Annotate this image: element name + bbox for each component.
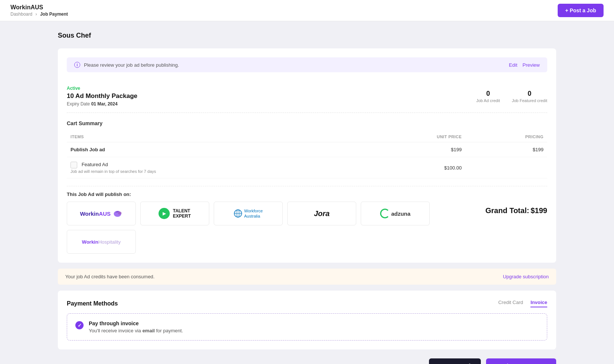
item-pricing-publish: $199 — [466, 142, 547, 157]
adzuna-circle-icon — [380, 209, 390, 218]
package-status: Active — [67, 86, 137, 91]
workinaus-logo-content: WorkinAUS — [80, 209, 122, 218]
main-card: i Please review your job ad before publi… — [58, 48, 556, 263]
warning-message: Your job Ad credits have been consumed. — [65, 274, 154, 279]
jora-text: Jora — [314, 209, 329, 218]
talent-expert-text: TALENTEXPERT — [173, 208, 191, 219]
publish-label: This Job Ad will publish on: — [67, 192, 485, 197]
invoice-title: Pay through invoice — [89, 320, 183, 326]
breadcrumb-separator: › — [35, 12, 37, 17]
workforce-content: WorkforceAustralia — [234, 208, 263, 219]
invoice-text: Pay through invoice You'll receive invoi… — [89, 320, 183, 333]
logos-row: WorkinAUS — [67, 202, 485, 254]
featured-toggle[interactable] — [71, 162, 77, 168]
payment-header: Payment Methods Credit Card Invoice — [67, 300, 547, 307]
bottom-actions: Save As Draft Continue to Payment — [58, 358, 556, 364]
nav-left: WorkinAUS Dashboard › Job Payment — [10, 4, 68, 17]
item-unit-price-featured: $100.00 — [363, 157, 466, 178]
featured-label: Featured Ad — [82, 162, 108, 167]
payment-title: Payment Methods — [67, 300, 118, 307]
publish-row: This Job Ad will publish on: WorkinAUS — [67, 192, 547, 254]
cart-section: Cart Summary ITEMS UNIT PRICE PRICING Pu… — [67, 120, 547, 178]
breadcrumb: Dashboard › Job Payment — [10, 12, 68, 17]
app-name: WorkinAUS — [10, 4, 68, 11]
preview-link[interactable]: Preview — [523, 62, 540, 68]
logo-workinaus: WorkinAUS — [67, 202, 136, 225]
upgrade-subscription-link[interactable]: Upgrade subscription — [503, 274, 549, 279]
payment-card: Payment Methods Credit Card Invoice Pay … — [58, 291, 556, 349]
col-items: ITEMS — [67, 132, 363, 142]
featured-description: Job ad will remain in top of searches fo… — [71, 169, 359, 174]
workin-hospitality-text: WorkinHospitality — [82, 239, 121, 245]
continue-to-payment-button[interactable]: Continue to Payment — [486, 358, 556, 364]
adzuna-content: adzuna — [380, 209, 411, 218]
workinaus-text: WorkinAUS — [80, 211, 110, 217]
warning-banner: Your job Ad credits have been consumed. … — [58, 269, 556, 285]
publish-job-label: Publish Job ad — [71, 147, 105, 152]
page-content: Sous Chef i Please review your job ad be… — [46, 21, 568, 364]
adzuna-text: adzuna — [391, 211, 411, 217]
package-expiry: Expiry Date 01 Mar, 2024 — [67, 101, 137, 107]
logo-workforce-australia: WorkforceAustralia — [214, 202, 283, 225]
workforce-globe-icon — [234, 209, 242, 218]
cart-table-header: ITEMS UNIT PRICE PRICING — [67, 132, 547, 142]
save-as-draft-button[interactable]: Save As Draft — [429, 358, 481, 364]
page-title: Sous Chef — [58, 32, 556, 39]
tab-credit-card[interactable]: Credit Card — [498, 300, 523, 307]
publish-section: This Job Ad will publish on: WorkinAUS — [67, 186, 547, 254]
review-banner: i Please review your job ad before publi… — [67, 57, 547, 72]
svg-point-1 — [118, 212, 122, 215]
invoice-description: You'll receive invoice via email for pay… — [89, 328, 183, 333]
grand-total-value: $199 — [531, 206, 548, 215]
col-unit-price: UNIT PRICE — [363, 132, 466, 142]
review-message: Please review your job ad before publish… — [84, 62, 179, 68]
job-ad-credit-count: 0 — [476, 90, 500, 98]
logo-adzuna: adzuna — [361, 202, 430, 225]
job-featured-credit: 0 Job Featured credit — [512, 90, 547, 103]
workinaus-map-icon — [112, 209, 123, 218]
expiry-prefix: Expiry Date — [67, 101, 90, 107]
talent-expert-circle-icon — [159, 208, 170, 219]
logo-jora: Jora — [287, 202, 356, 225]
job-ad-credit: 0 Job Ad credit — [476, 90, 500, 103]
item-unit-price-publish: $199 — [363, 142, 466, 157]
cart-title: Cart Summary — [67, 120, 547, 126]
item-name-featured: Featured Ad Job ad will remain in top of… — [67, 157, 363, 178]
package-credits: 0 Job Ad credit 0 Job Featured credit — [476, 90, 547, 103]
invoice-check-icon — [75, 321, 84, 329]
grand-total: Grand Total: $199 — [485, 206, 547, 215]
cart-table: ITEMS UNIT PRICE PRICING Publish Job ad … — [67, 132, 547, 178]
breadcrumb-dashboard[interactable]: Dashboard — [10, 12, 32, 17]
table-row: Publish Job ad $199 $199 — [67, 142, 547, 157]
publish-logos-section: This Job Ad will publish on: WorkinAUS — [67, 192, 485, 254]
payment-tabs: Credit Card Invoice — [498, 300, 547, 307]
logo-talent-expert: TALENTEXPERT — [140, 202, 209, 225]
package-row: Active 10 Ad Monthly Package Expiry Date… — [67, 80, 547, 113]
item-pricing-featured — [466, 157, 547, 178]
breadcrumb-current: Job Payment — [40, 12, 68, 17]
job-ad-credit-label: Job Ad credit — [476, 98, 500, 103]
item-name-publish: Publish Job ad — [67, 142, 363, 157]
invoice-box: Pay through invoice You'll receive invoi… — [67, 313, 547, 341]
workforce-text: WorkforceAustralia — [244, 208, 263, 219]
table-row: Featured Ad Job ad will remain in top of… — [67, 157, 547, 178]
package-name: 10 Ad Monthly Package — [67, 92, 137, 100]
grand-total-label: Grand Total: — [485, 206, 529, 215]
logo-workin-hospitality: WorkinHospitality — [67, 230, 136, 254]
edit-link[interactable]: Edit — [509, 62, 517, 68]
post-job-button[interactable]: + Post a Job — [558, 4, 604, 17]
expiry-date: 01 Mar, 2024 — [91, 101, 118, 107]
package-info: Active 10 Ad Monthly Package Expiry Date… — [67, 86, 137, 107]
review-banner-right: Edit Preview — [509, 62, 540, 68]
top-nav: WorkinAUS Dashboard › Job Payment + Post… — [0, 0, 614, 21]
col-pricing: PRICING — [466, 132, 547, 142]
tab-invoice[interactable]: Invoice — [530, 300, 547, 307]
review-banner-left: i Please review your job ad before publi… — [74, 62, 179, 68]
talent-expert-content: TALENTEXPERT — [159, 208, 191, 219]
job-featured-credit-label: Job Featured credit — [512, 98, 547, 103]
info-icon: i — [74, 62, 80, 68]
job-featured-credit-count: 0 — [512, 90, 547, 98]
